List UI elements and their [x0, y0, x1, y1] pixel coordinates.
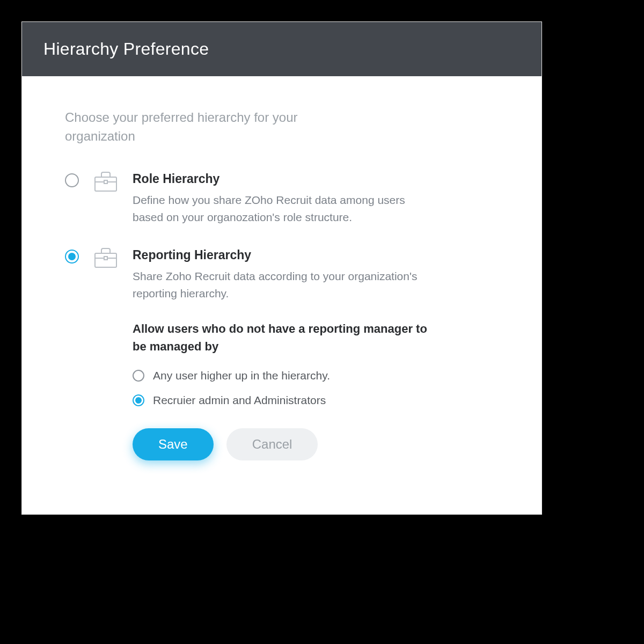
radio-any-higher[interactable] [133, 370, 144, 382]
svg-rect-5 [104, 257, 107, 260]
sub-option-recruiter-admin[interactable]: Recruier admin and Administrators [133, 394, 433, 407]
radio-recruiter-admin[interactable] [133, 394, 144, 406]
sub-option-any-higher[interactable]: Any user higher up in the hierarchy. [133, 369, 433, 382]
briefcase-icon [94, 171, 118, 194]
radio-role-hierarchy[interactable] [65, 173, 79, 187]
briefcase-icon [94, 247, 118, 270]
dialog-title: Hierarchy Preference [22, 22, 541, 76]
label-recruiter-admin: Recruier admin and Administrators [153, 394, 326, 407]
hierarchy-preference-dialog: Hierarchy Preference Choose your preferr… [21, 21, 542, 515]
svg-rect-2 [104, 180, 107, 184]
save-button[interactable]: Save [133, 428, 214, 460]
option-role-title: Role Hierarchy [133, 172, 433, 186]
button-row: Save Cancel [133, 428, 433, 460]
radio-reporting-hierarchy[interactable] [65, 250, 79, 264]
option-reporting-desc: Share Zoho Recruit data according to you… [133, 268, 433, 303]
label-any-higher: Any user higher up in the hierarchy. [153, 369, 330, 382]
sub-heading-allow-users: Allow users who do not have a reporting … [133, 320, 433, 355]
option-role-desc: Define how you share ZOho Recruit data a… [133, 192, 433, 226]
option-reporting-title: Reporting Hierarchy [133, 248, 433, 262]
option-reporting-content: Reporting Hierarchy Share Zoho Recruit d… [133, 248, 433, 460]
option-role-content: Role Hierarchy Define how you share ZOho… [133, 172, 433, 226]
dialog-body: Choose your preferred hierarchy for your… [22, 76, 541, 514]
option-reporting-hierarchy[interactable]: Reporting Hierarchy Share Zoho Recruit d… [65, 248, 509, 460]
cancel-button[interactable]: Cancel [226, 428, 318, 460]
dialog-intro: Choose your preferred hierarchy for your… [65, 108, 333, 146]
option-role-hierarchy[interactable]: Role Hierarchy Define how you share ZOho… [65, 172, 509, 226]
